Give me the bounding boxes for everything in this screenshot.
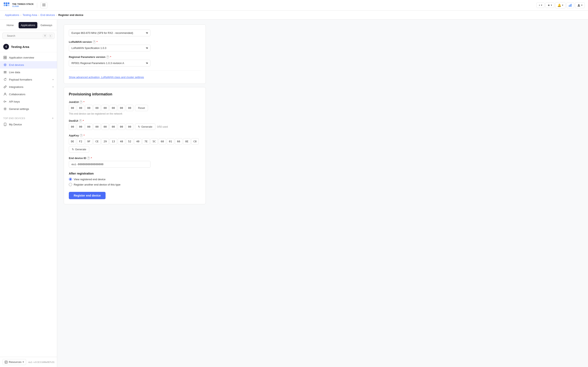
- appkey-segment-5[interactable]: [110, 138, 117, 145]
- sidebar-back[interactable]: Testing Area: [0, 42, 57, 52]
- appkey-segment-12[interactable]: [167, 138, 174, 145]
- main-layout: Home Applications Gateways ⌘ K Testing A…: [0, 20, 588, 367]
- radio-view-registered-input[interactable]: [69, 178, 72, 181]
- sidebar-item-api-keys[interactable]: API keys: [0, 98, 57, 105]
- svg-rect-2: [8, 2, 9, 4]
- regional-params-help-icon[interactable]: ?: [106, 55, 109, 58]
- deveui-segment-2[interactable]: [85, 124, 93, 130]
- deveui-segment-6[interactable]: [118, 124, 125, 130]
- favorites-button[interactable]: ★ ▾: [545, 2, 554, 8]
- radio-view-registered[interactable]: View registered end device: [69, 178, 201, 181]
- search-shortcut-k: K: [49, 34, 52, 38]
- freq-plan-select-wrapper: Europe 863-870 MHz (SF9 for RX2 - recomm…: [69, 30, 150, 36]
- deveui-row: ↻ Generate 0/50 used: [69, 124, 201, 130]
- sidebar-item-application-overview[interactable]: Application overview: [0, 54, 57, 61]
- appkey-segment-11[interactable]: [159, 138, 166, 145]
- sidebar-item-integrations[interactable]: Integrations ▾: [0, 83, 57, 91]
- deveui-label: DevEUI ? *: [69, 119, 201, 122]
- search-input[interactable]: [7, 34, 41, 37]
- joineui-segment-2[interactable]: [85, 105, 93, 111]
- appkey-segment-3[interactable]: [93, 138, 101, 145]
- end-device-id-input[interactable]: [69, 161, 150, 167]
- joineui-hint: This end device can be registered on the…: [69, 112, 201, 115]
- sidebar-menu: Application overview End devices Live da…: [0, 52, 57, 114]
- user-button[interactable]: ▾: [575, 2, 585, 8]
- deveui-segment-7[interactable]: [126, 124, 133, 130]
- expand-icon: ▾: [52, 86, 54, 88]
- search-icon: [5, 34, 5, 37]
- add-end-device-button[interactable]: +: [52, 117, 54, 120]
- appkey-help-icon[interactable]: ?: [80, 134, 83, 137]
- sidebar-nav-tabs: Home Applications Gateways: [0, 20, 57, 30]
- svg-line-14: [5, 36, 5, 36]
- appkey-segment-14[interactable]: [183, 138, 190, 145]
- svg-rect-20: [4, 71, 7, 72]
- sidebar-item-general-settings[interactable]: General settings: [0, 105, 57, 113]
- regional-params-select[interactable]: RP001 Regional Parameters 1.0.3 revision…: [69, 60, 150, 67]
- search-input-wrap: ⌘ K: [2, 33, 54, 39]
- deveui-help-icon[interactable]: ?: [79, 119, 82, 122]
- radio-register-another[interactable]: Register another end device of this type: [69, 183, 201, 186]
- sidebar-tab-home[interactable]: Home: [2, 22, 18, 28]
- sidebar-tab-applications[interactable]: Applications: [18, 22, 37, 28]
- back-button[interactable]: [3, 44, 9, 50]
- search-box: ⌘ K: [0, 30, 57, 42]
- joineui-required: *: [83, 100, 84, 104]
- sidebar-item-end-devices[interactable]: End devices: [0, 61, 57, 68]
- appkey-segment-9[interactable]: [142, 138, 150, 145]
- lorawan-version-help-icon[interactable]: ?: [93, 40, 96, 43]
- gear-icon: [3, 107, 7, 111]
- add-button[interactable]: + ▾: [536, 2, 545, 8]
- appkey-segment-8[interactable]: [134, 138, 141, 145]
- appkey-segment-10[interactable]: [150, 138, 158, 145]
- appkey-segment-2[interactable]: [85, 138, 93, 145]
- sidebar-item-label: Application overview: [9, 56, 34, 59]
- analytics-button[interactable]: [566, 2, 574, 8]
- register-end-device-button[interactable]: Register end device: [69, 192, 105, 199]
- deveui-segment-0[interactable]: [69, 124, 76, 130]
- joineui-segment-3[interactable]: [93, 105, 101, 111]
- deveui-field: DevEUI ? * ↻ Generate 0/50 used: [69, 119, 201, 130]
- joineui-segment-6[interactable]: [118, 105, 125, 111]
- sidebar-item-collaborators[interactable]: Collaborators: [0, 91, 57, 98]
- appkey-segment-6[interactable]: [118, 138, 125, 145]
- joineui-segment-1[interactable]: [77, 105, 84, 111]
- breadcrumb-testing-area[interactable]: Testing Area: [22, 13, 37, 17]
- sidebar-item-live-data[interactable]: Live data: [0, 68, 57, 76]
- sidebar-tab-gateways[interactable]: Gateways: [38, 22, 54, 28]
- deveui-segment-5[interactable]: [110, 124, 117, 130]
- reset-button[interactable]: Reset: [135, 105, 148, 111]
- joineui-segment-5[interactable]: [110, 105, 117, 111]
- logo-icon: [3, 2, 11, 9]
- joineui-segment-0[interactable]: [69, 105, 76, 111]
- deveui-segment-1[interactable]: [77, 124, 84, 130]
- joineui-segment-7[interactable]: [126, 105, 133, 111]
- appkey-label: AppKey ? *: [69, 134, 201, 137]
- appkey-segment-15[interactable]: [191, 138, 199, 145]
- freq-plan-select[interactable]: Europe 863-870 MHz (SF9 for RX2 - recomm…: [69, 30, 150, 36]
- deveui-segment-3[interactable]: [93, 124, 101, 130]
- resources-button[interactable]: Resources ▾: [2, 359, 26, 365]
- breadcrumb-end-devices[interactable]: End devices: [40, 13, 55, 17]
- notifications-button[interactable]: 🔔 ▾: [555, 2, 566, 8]
- joineui-help-icon[interactable]: ?: [79, 100, 82, 104]
- deveui-generate-button[interactable]: ↻ Generate: [135, 124, 155, 130]
- lorawan-version-select[interactable]: LoRaWAN Specification 1.0.3: [69, 45, 150, 51]
- breadcrumb-applications[interactable]: Applications: [5, 13, 19, 17]
- appkey-segment-0[interactable]: [69, 138, 76, 145]
- sidebar-item-my-device[interactable]: My Device: [0, 121, 57, 128]
- radio-register-another-input[interactable]: [69, 183, 72, 186]
- appkey-segment-7[interactable]: [126, 138, 133, 145]
- svg-rect-7: [42, 5, 45, 5]
- appkey-segment-4[interactable]: [102, 138, 109, 145]
- joineui-segment-4[interactable]: [102, 105, 109, 111]
- sidebar-item-payload-formatters[interactable]: Payload formatters ▾: [0, 76, 57, 83]
- advanced-link[interactable]: Show advanced activation, LoRaWAN class …: [69, 76, 144, 79]
- back-icon: [5, 45, 7, 48]
- deveui-segment-4[interactable]: [102, 124, 109, 130]
- appkey-segment-13[interactable]: [175, 138, 182, 145]
- appkey-generate-button[interactable]: ↻ Generate: [69, 146, 89, 152]
- menu-icon-button[interactable]: [40, 2, 47, 8]
- end-device-id-help-icon[interactable]: ?: [87, 157, 90, 160]
- appkey-segment-1[interactable]: [77, 138, 84, 145]
